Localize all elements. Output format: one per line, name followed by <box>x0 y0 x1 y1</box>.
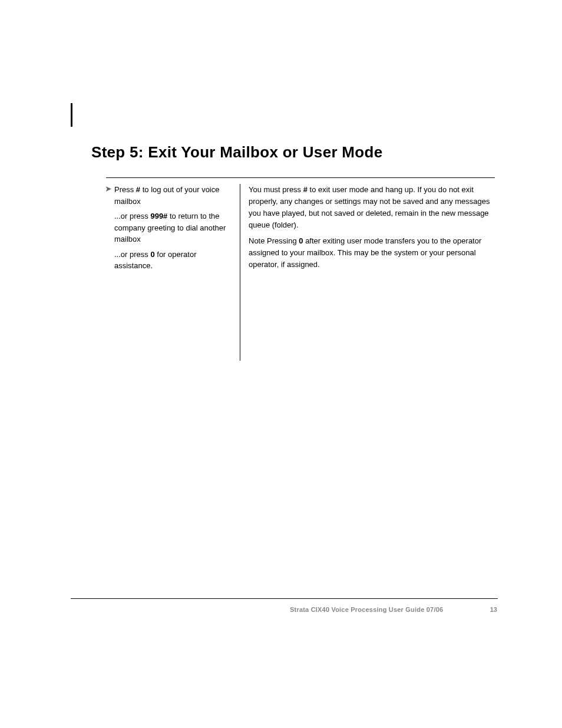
two-column-layout: ➤ Press # to log out of your voice mailb… <box>106 184 495 361</box>
text-or-press-2: ...or press <box>114 250 150 259</box>
text-or-press-1: ...or press <box>114 212 150 220</box>
left-instruction-3: ...or press 0 for operator assistance. <box>114 249 233 272</box>
note-label: Note <box>249 236 267 245</box>
left-instruction-1: Press # to log out of your voice mailbox <box>114 184 233 207</box>
arrow-icon: ➤ <box>105 184 112 193</box>
key-999pound: 999# <box>150 212 167 220</box>
key-zero-right: 0 <box>299 236 303 245</box>
horizontal-rule <box>106 177 495 178</box>
left-instruction-2: ...or press 999# to return to the compan… <box>114 210 233 245</box>
right-note: Note Pressing 0 after exiting user mode … <box>249 235 495 271</box>
text-you-must-press: You must press <box>249 185 303 194</box>
page-title: Step 5: Exit Your Mailbox or User Mode <box>91 143 382 162</box>
right-paragraph-1: You must press # to exit user mode and h… <box>249 184 495 232</box>
text-press: Press <box>114 185 136 194</box>
content-area: ➤ Press # to log out of your voice mailb… <box>106 177 495 361</box>
key-pound: # <box>136 185 140 194</box>
left-column: ➤ Press # to log out of your voice mailb… <box>106 184 240 361</box>
change-bar <box>71 103 72 127</box>
text-note-pressing: Pressing <box>267 236 299 245</box>
footer-guide-text: Strata CIX40 Voice Processing User Guide… <box>290 606 443 613</box>
key-pound-right: # <box>303 185 308 194</box>
key-zero-left: 0 <box>150 250 154 259</box>
footer-rule <box>71 598 498 599</box>
page-number: 13 <box>490 606 497 613</box>
right-column: You must press # to exit user mode and h… <box>240 184 495 361</box>
